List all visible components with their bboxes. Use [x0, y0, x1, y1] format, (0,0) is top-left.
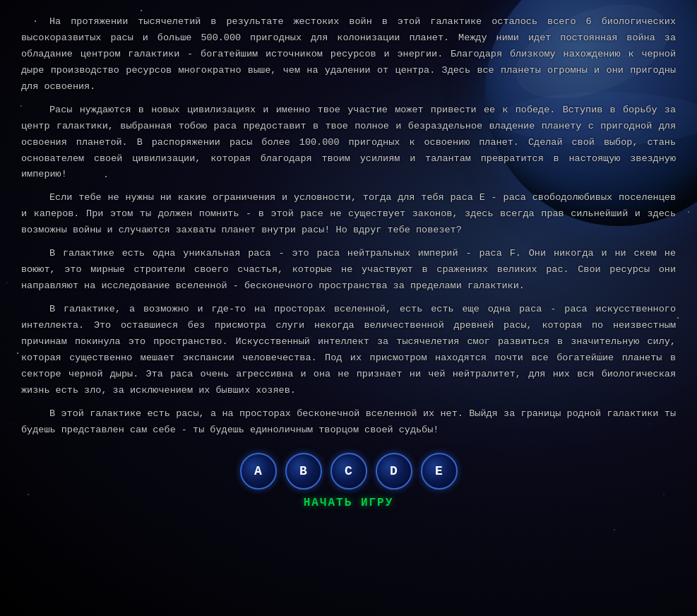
race-b-button[interactable]: B	[285, 453, 322, 490]
main-content: На протяжении тысячелетий в результате ж…	[0, 0, 697, 531]
paragraph-4: В галактике есть одна уникальная раса - …	[21, 246, 676, 295]
race-a-button[interactable]: A	[240, 453, 277, 490]
paragraph-1: На протяжении тысячелетий в результате ж…	[21, 14, 676, 95]
description-text: На протяжении тысячелетий в результате ж…	[21, 14, 676, 439]
paragraph-2: Расы нуждаются в новых цивилизациях и им…	[21, 102, 676, 184]
race-d-button[interactable]: D	[376, 453, 412, 490]
background: На протяжении тысячелетий в результате ж…	[0, 0, 697, 616]
start-game-button[interactable]: НАЧАТЬ ИГРУ	[21, 497, 676, 509]
race-c-button[interactable]: C	[330, 453, 367, 490]
race-e-button[interactable]: E	[421, 453, 458, 490]
paragraph-3: Если тебе не нужны ни какие ограничения …	[21, 190, 676, 239]
race-selection: A B C D E	[21, 453, 676, 490]
paragraph-5: В галактике, а возможно и где-то на прос…	[21, 302, 676, 399]
paragraph-6: В этой галактике есть расы, а на простор…	[21, 406, 676, 439]
